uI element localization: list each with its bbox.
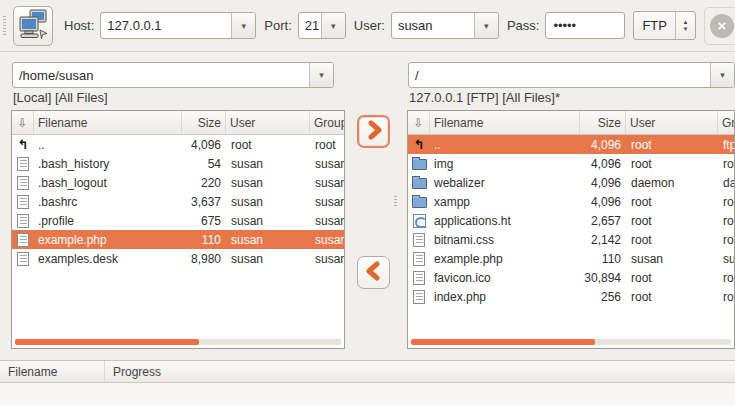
file-icon	[12, 176, 34, 190]
file-row[interactable]: example.php 110 susan susan	[408, 249, 734, 268]
filename-column-header[interactable]: Filename	[34, 111, 182, 134]
file-user: root	[626, 271, 718, 285]
file-group: susan	[310, 195, 344, 209]
password-input[interactable]: •••••	[545, 12, 625, 39]
file-row[interactable]: applications.ht 2,657 root root	[408, 211, 734, 230]
file-row-selected[interactable]: ↰ .. 4,096 root ftp	[408, 135, 734, 154]
file-user: root	[626, 195, 718, 209]
file-group: root	[718, 195, 734, 209]
file-size: 3,637	[182, 195, 226, 209]
file-row-selected[interactable]: example.php 110 susan susan	[12, 230, 344, 249]
file-group: susan	[310, 157, 344, 171]
file-size: 4,096	[182, 138, 226, 152]
file-icon	[408, 233, 430, 247]
user-column-header[interactable]: User	[226, 111, 310, 134]
transfer-queue-list[interactable]	[0, 383, 735, 405]
file-user: susan	[226, 252, 310, 266]
queue-filename-column-header[interactable]: Filename	[0, 361, 105, 382]
file-icon	[408, 271, 430, 285]
pane-splitter-grip[interactable]	[394, 196, 397, 208]
protocol-value: FTP	[634, 12, 675, 39]
remote-list-header: ⇩ Filename Size User Group	[408, 111, 734, 135]
file-icon	[12, 214, 34, 228]
file-name: favicon.ico	[430, 271, 580, 285]
file-user: susan	[226, 176, 310, 190]
scrollbar-thumb[interactable]	[15, 339, 199, 345]
queue-progress-column-header[interactable]: Progress	[105, 361, 735, 382]
user-input[interactable]: susan	[392, 13, 474, 38]
file-row[interactable]: ↰ .. 4,096 root root	[12, 135, 344, 154]
remote-file-list: ⇩ Filename Size User Group ↰ .. 4,096 ro…	[407, 110, 735, 349]
file-row[interactable]: .bash_history 54 susan susan	[12, 154, 344, 173]
file-group: root	[310, 138, 344, 152]
port-input[interactable]: 21	[299, 13, 321, 38]
file-user: susan	[226, 195, 310, 209]
file-name: index.php	[430, 290, 580, 304]
file-row[interactable]: .bash_logout 220 susan susan	[12, 173, 344, 192]
user-dropdown-button[interactable]: ▾	[474, 13, 498, 38]
download-button[interactable]	[357, 256, 390, 289]
file-row[interactable]: .bashrc 3,637 susan susan	[12, 192, 344, 211]
stop-button[interactable]: ×	[704, 7, 735, 45]
file-name: .bash_history	[34, 157, 182, 171]
host-dropdown-button[interactable]: ▾	[231, 13, 255, 38]
file-group: root	[718, 271, 734, 285]
file-name: ..	[430, 138, 580, 152]
connection-toolbar: Host: 127.0.0.1 ▾ Port: 21 ▾ User: susan…	[0, 0, 735, 52]
file-user: susan	[226, 233, 310, 247]
file-row[interactable]: .profile 675 susan susan	[12, 211, 344, 230]
file-row[interactable]: examples.desk 8,980 susan susan	[12, 249, 344, 268]
file-row[interactable]: favicon.ico 30,894 root root	[408, 268, 734, 287]
protocol-selector[interactable]: FTP ▲ ▼	[633, 11, 696, 40]
remote-path-dropdown-button[interactable]: ▾	[710, 63, 734, 87]
folder-icon	[408, 157, 430, 170]
file-row[interactable]: bitnami.css 2,142 root root	[408, 230, 734, 249]
file-user: root	[226, 138, 310, 152]
dropdown-arrow-icon: ▾	[484, 21, 489, 31]
size-column-header[interactable]: Size	[580, 111, 626, 134]
file-row[interactable]: index.php 256 root root	[408, 287, 734, 306]
size-column-header[interactable]: Size	[182, 111, 226, 134]
file-row[interactable]: webalizer 4,096 daemon daemon	[408, 173, 734, 192]
file-user: root	[626, 157, 718, 171]
toolbar-grip[interactable]	[3, 16, 6, 35]
transfer-queue-header: Filename Progress	[0, 360, 735, 383]
connect-button[interactable]	[13, 6, 53, 46]
file-icon	[408, 290, 430, 304]
group-column-header[interactable]: Group	[718, 111, 735, 134]
remote-path-input[interactable]: /	[409, 63, 710, 87]
left-arrow-icon	[364, 261, 384, 285]
port-combo: 21 ▾	[298, 12, 346, 39]
sort-column-header[interactable]: ⇩	[12, 111, 34, 134]
remote-path-combo: / ▾	[408, 62, 735, 88]
group-column-header[interactable]: Group	[310, 111, 345, 134]
up-directory-icon: ↰	[12, 138, 34, 151]
file-group: root	[718, 214, 734, 228]
file-name: .bashrc	[34, 195, 182, 209]
remote-panel-title: 127.0.0.1 [FTP] [All Files]*	[409, 90, 560, 105]
user-column-header[interactable]: User	[626, 111, 718, 134]
file-group: susan	[310, 176, 344, 190]
local-path-dropdown-button[interactable]: ▾	[309, 63, 333, 87]
sort-column-header[interactable]: ⇩	[408, 111, 430, 134]
local-path-input[interactable]: /home/susan	[13, 63, 309, 87]
protocol-spinner[interactable]: ▲ ▼	[675, 12, 695, 39]
file-user: susan	[626, 252, 718, 266]
scrollbar-thumb[interactable]	[411, 339, 595, 345]
local-horizontal-scrollbar[interactable]	[15, 339, 341, 345]
filename-column-header[interactable]: Filename	[430, 111, 580, 134]
file-size: 675	[182, 214, 226, 228]
upload-button[interactable]	[357, 115, 390, 148]
file-name: .bash_logout	[34, 176, 182, 190]
file-size: 54	[182, 157, 226, 171]
file-row[interactable]: img 4,096 root root	[408, 154, 734, 173]
stop-close-icon: ×	[710, 14, 734, 38]
file-row[interactable]: xampp 4,096 root root	[408, 192, 734, 211]
host-input[interactable]: 127.0.0.1	[101, 13, 231, 38]
folder-icon	[408, 176, 430, 189]
remote-horizontal-scrollbar[interactable]	[411, 339, 731, 345]
right-arrow-icon	[364, 120, 384, 144]
port-dropdown-button[interactable]: ▾	[321, 13, 345, 38]
file-user: root	[626, 290, 718, 304]
local-file-list: ⇩ Filename Size User Group ↰ .. 4,096 ro…	[11, 110, 345, 349]
